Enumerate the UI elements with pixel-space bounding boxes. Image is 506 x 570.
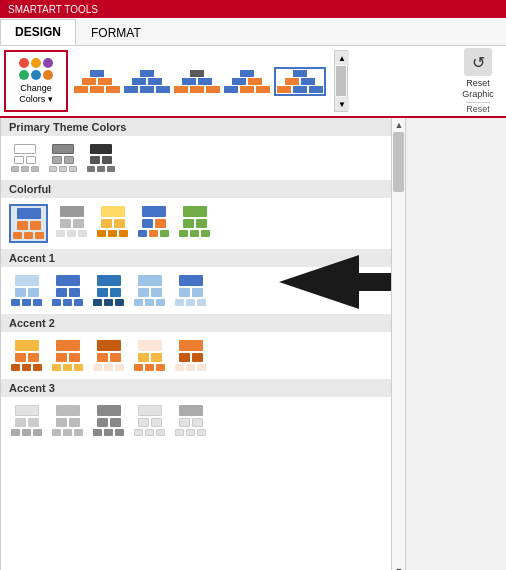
accent1-option-5[interactable]	[173, 273, 208, 308]
accent3-option-5[interactable]	[173, 403, 208, 438]
colorful-option-1[interactable]	[9, 204, 48, 243]
accent2-option-3[interactable]	[91, 338, 126, 373]
gallery-item-2[interactable]	[124, 70, 170, 93]
dropdown-scroll-track	[392, 132, 405, 564]
primary-colors-grid	[1, 136, 391, 180]
reset-label: Reset Graphic	[458, 78, 498, 100]
dropdown-content: Primary Theme Colors	[1, 118, 391, 570]
dropdown-inner: Primary Theme Colors	[1, 118, 405, 570]
accent3-option-4[interactable]	[132, 403, 167, 438]
gallery-item-3[interactable]	[174, 70, 220, 93]
section-accent3: Accent 3	[1, 379, 391, 397]
accent1-colors-grid	[1, 267, 391, 314]
accent1-section-wrapper: Accent 1	[1, 249, 391, 267]
scroll-down-arrow[interactable]: ▼	[335, 97, 349, 111]
smartart-tools-label: SMARTART TOOLS	[8, 4, 98, 15]
change-colors-button[interactable]: Change Colors ▾	[4, 50, 68, 112]
primary-option-3[interactable]	[85, 142, 117, 174]
ribbon-container: SMARTART TOOLS DESIGN FORMAT Change Colo…	[0, 0, 506, 570]
colorful-option-4[interactable]	[136, 204, 171, 243]
accent3-option-3[interactable]	[91, 403, 126, 438]
scroll-up-arrow[interactable]: ▲	[335, 51, 349, 65]
colorful-option-2[interactable]	[54, 204, 89, 243]
section-colorful: Colorful	[1, 180, 391, 198]
reset-icon: ↺	[464, 48, 492, 76]
dropdown-scroll-up[interactable]: ▲	[392, 118, 406, 132]
reset-graphic-button[interactable]: ↺ Reset Graphic Reset	[454, 44, 502, 118]
dropdown-scroll-down[interactable]: ▼	[392, 564, 406, 570]
accent2-option-5[interactable]	[173, 338, 208, 373]
reset-sub: Reset	[466, 102, 490, 114]
mini-org-1	[74, 70, 120, 93]
color-dots	[19, 58, 53, 80]
section-accent2: Accent 2	[1, 314, 391, 332]
accent2-option-1[interactable]	[9, 338, 44, 373]
colorful-colors-grid	[1, 198, 391, 249]
mini-org-5	[277, 70, 323, 93]
dot-orange	[31, 58, 41, 68]
accent2-colors-grid	[1, 332, 391, 379]
dot-green	[19, 70, 29, 80]
dropdown-scroll-thumb	[393, 132, 404, 192]
accent3-option-1[interactable]	[9, 403, 44, 438]
accent1-option-2[interactable]	[50, 273, 85, 308]
tab-design[interactable]: DESIGN	[0, 19, 76, 45]
dropdown-scrollbar[interactable]: ▲ ▼	[391, 118, 405, 570]
gallery-item-1[interactable]	[74, 70, 120, 93]
mini-org-2	[124, 70, 170, 93]
dot-purple	[43, 58, 53, 68]
accent2-option-2[interactable]	[50, 338, 85, 373]
ribbon-tabs: DESIGN FORMAT	[0, 18, 506, 46]
accent2-option-4[interactable]	[132, 338, 167, 373]
primary-option-2[interactable]	[47, 142, 79, 174]
dot-darkorange	[43, 70, 53, 80]
accent3-option-2[interactable]	[50, 403, 85, 438]
mini-org-3	[174, 70, 220, 93]
smartart-tools-bar: SMARTART TOOLS	[0, 0, 506, 18]
gallery-item-5[interactable]	[274, 67, 326, 96]
change-colors-label: Change Colors ▾	[19, 83, 53, 105]
primary-option-1[interactable]	[9, 142, 41, 174]
tab-format[interactable]: FORMAT	[76, 19, 156, 45]
colorful-option-5[interactable]	[177, 204, 212, 243]
mini-org-4	[224, 70, 270, 93]
ribbon-body: Change Colors ▾	[0, 46, 506, 118]
dot-blue	[31, 70, 41, 80]
gallery-scrollbar[interactable]: ▲ ▼	[334, 50, 348, 112]
colorful-option-3[interactable]	[95, 204, 130, 243]
dropdown-panel: Primary Theme Colors	[0, 118, 406, 570]
dot-red	[19, 58, 29, 68]
accent3-colors-grid	[1, 397, 391, 444]
accent1-option-4[interactable]	[132, 273, 167, 308]
section-primary-theme: Primary Theme Colors	[1, 118, 391, 136]
section-accent1: Accent 1	[1, 249, 391, 267]
scroll-thumb	[336, 66, 346, 96]
accent1-option-3[interactable]	[91, 273, 126, 308]
smartart-gallery: ▲ ▼	[74, 50, 454, 112]
gallery-item-4[interactable]	[224, 70, 270, 93]
accent1-option-1[interactable]	[9, 273, 44, 308]
